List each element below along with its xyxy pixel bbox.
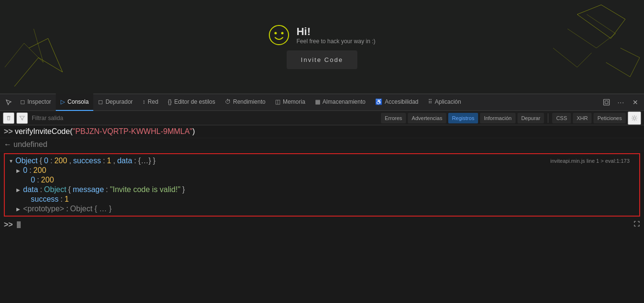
- network-label: Red: [148, 98, 158, 105]
- console-main: >> verifyInviteCode("PBJZN-VQRTP-KWWHL-9…: [0, 125, 644, 303]
- console-input-entry: >> verifyInviteCode("PBJZN-VQRTP-KWWHL-9…: [0, 125, 644, 138]
- prop-val-data-brace: {: [68, 185, 71, 194]
- obj-brace-close: }: [153, 157, 155, 165]
- sub-colon-0: :: [37, 176, 39, 184]
- prop-val-data-obj: Object: [44, 185, 66, 194]
- obj-toggle-main[interactable]: ▼: [9, 158, 13, 164]
- smiley-icon: [268, 24, 290, 46]
- obj-prop-0-collapsed[interactable]: ▶ 0 : 200: [13, 166, 639, 175]
- toggle-prop-0[interactable]: ▶: [16, 168, 21, 173]
- inspector-label: Inspector: [27, 98, 51, 105]
- obj-val-data: {…}: [138, 157, 151, 165]
- tab-console[interactable]: ▷ Consola: [56, 94, 93, 111]
- prop-data-msg-colon: :: [106, 185, 108, 194]
- obj-key-success: success: [73, 157, 101, 165]
- storage-label: Almacenamiento: [323, 98, 366, 105]
- application-icon: ⠿: [428, 98, 432, 105]
- expand-icon: [633, 220, 640, 227]
- tab-inspector[interactable]: ◻ Inspector: [15, 94, 56, 111]
- page-area: Hi! Feel free to hack your way in :) Inv…: [0, 0, 644, 94]
- debugger-label: Depurador: [105, 98, 133, 105]
- obj-val-0: 200: [54, 157, 67, 165]
- object-output-section: ▼ Object { 0 : 200 , success : 1 , data …: [4, 153, 640, 217]
- filter-toggle-button[interactable]: [16, 112, 28, 124]
- toolbar-right: ··· ✕: [600, 96, 642, 109]
- tab-storage[interactable]: ▦ Almacenamiento: [310, 94, 370, 111]
- dock-button[interactable]: [600, 96, 613, 109]
- tab-performance[interactable]: ⏱ Rendimiento: [220, 94, 270, 111]
- memory-label: Memoria: [283, 98, 305, 105]
- console-label: Consola: [67, 98, 88, 105]
- tab-application[interactable]: ⠿ Aplicación: [423, 94, 466, 111]
- hi-heading: Hi!: [296, 25, 375, 38]
- obj-val-success: 1: [107, 157, 111, 165]
- clear-console-button[interactable]: [3, 112, 14, 124]
- console-input-text: verifyInviteCode("PBJZN-VQRTP-KWWHL-9MML…: [15, 127, 195, 136]
- tab-style-editor[interactable]: {} Editor de estilos: [163, 94, 220, 111]
- input-prompt: >>: [4, 127, 13, 136]
- dock-icon: [603, 99, 610, 106]
- obj-colon-success: :: [103, 157, 105, 165]
- toggle-prop-data[interactable]: ▶: [16, 187, 21, 193]
- obj-prop-0-expanded: 0 : 200: [20, 175, 639, 185]
- invite-card: Invite Code: [287, 50, 358, 69]
- prop-colon-prototype: :: [66, 205, 68, 213]
- svg-point-2: [281, 32, 284, 35]
- network-icon: ↕: [142, 98, 145, 105]
- more-button[interactable]: ···: [614, 96, 628, 109]
- hi-text: Hi! Feel free to hack your way in :): [296, 25, 375, 45]
- object-summary-line[interactable]: ▼ Object { 0 : 200 , success : 1 , data …: [5, 156, 639, 166]
- source-link[interactable]: inviteapi.min.js line 1 > eval:1:173: [550, 158, 630, 164]
- picker-button[interactable]: [2, 96, 15, 109]
- prop-val-prototype: Object { … }: [70, 205, 112, 213]
- console-settings-button[interactable]: [628, 111, 641, 125]
- prop-colon-success: :: [61, 195, 63, 204]
- filter-input[interactable]: [30, 114, 379, 122]
- obj-colon-0: :: [51, 157, 52, 165]
- toggle-prototype[interactable]: ▶: [16, 206, 21, 212]
- prop-val-0: 200: [33, 166, 46, 175]
- prop-data-msg-key: message: [73, 185, 104, 194]
- gear-icon: [631, 115, 638, 121]
- hi-subtext: Feel free to hack your way in :): [296, 38, 375, 45]
- close-devtools-button[interactable]: ✕: [629, 96, 642, 109]
- obj-label: Object: [15, 157, 38, 165]
- tab-accessibility[interactable]: ♿ Accesibilidad: [370, 94, 423, 111]
- obj-brace-open: {: [39, 157, 42, 165]
- obj-prop-data[interactable]: ▶ data : Object { message : "Invite code…: [13, 185, 639, 194]
- separator: [548, 113, 548, 123]
- tab-memory[interactable]: ◫ Memoria: [270, 94, 310, 111]
- obj-prop-prototype[interactable]: ▶ <prototype> : Object { … }: [13, 204, 639, 214]
- obj-sep-2: ,: [113, 157, 115, 165]
- performance-label: Rendimiento: [233, 98, 265, 105]
- trash-icon: [5, 115, 12, 121]
- tab-debugger[interactable]: ◻ Depurador: [93, 94, 138, 111]
- prop-data-brace-close: }: [182, 185, 185, 194]
- filter-logs-button[interactable]: Registros: [448, 113, 478, 123]
- filter-errors-button[interactable]: Errores: [381, 113, 406, 123]
- prop-key-success: success: [31, 195, 59, 204]
- svg-point-0: [269, 25, 289, 45]
- style-editor-label: Editor de estilos: [174, 98, 215, 105]
- style-editor-icon: {}: [168, 98, 172, 105]
- expand-console-icon[interactable]: [633, 220, 640, 229]
- prop-colon-data: :: [40, 185, 42, 194]
- filter-css-button[interactable]: CSS: [552, 113, 571, 123]
- obj-key-data: data: [117, 157, 132, 165]
- filter-right: Errores Advertencias Registros Informaci…: [381, 111, 641, 125]
- console-filterbar: Errores Advertencias Registros Informaci…: [0, 111, 644, 125]
- invite-label: Invite Code: [301, 56, 343, 63]
- filter-icon: [19, 115, 25, 121]
- prop-key-prototype: <prototype>: [23, 205, 64, 213]
- filter-info-button[interactable]: Información: [480, 113, 515, 123]
- memory-icon: ◫: [275, 98, 280, 105]
- filter-warnings-button[interactable]: Advertencias: [408, 113, 446, 123]
- filter-xhr-button[interactable]: XHR: [573, 113, 592, 123]
- filter-requests-button[interactable]: Peticiones: [593, 113, 626, 123]
- filter-debug-button[interactable]: Depurar: [518, 113, 544, 123]
- console-input-line: >>: [0, 218, 644, 231]
- obj-sep-1: ,: [69, 157, 71, 165]
- tab-network[interactable]: ↕ Red: [138, 94, 163, 111]
- svg-point-1: [275, 32, 277, 35]
- console-icon: ▷: [61, 98, 65, 105]
